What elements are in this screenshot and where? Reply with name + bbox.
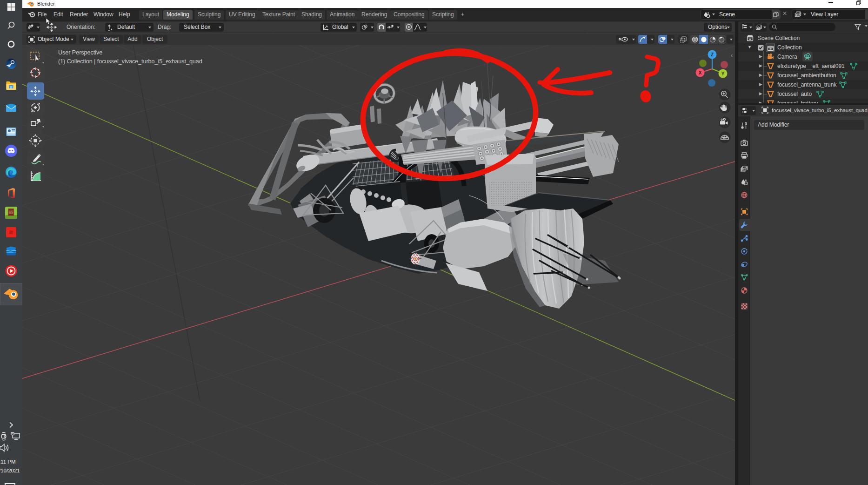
- svg-text:BIBLE: BIBLE: [9, 212, 13, 214]
- svg-text:User Perspective: User Perspective: [58, 49, 102, 56]
- svg-text:(1) Collection | focussel_viva: (1) Collection | focussel_vivace_turbo_i…: [58, 58, 202, 65]
- svg-text:X: X: [699, 70, 702, 75]
- svg-text:‹: ‹: [731, 52, 733, 59]
- svg-text:Z: Z: [711, 52, 714, 57]
- svg-text:Y: Y: [721, 71, 725, 76]
